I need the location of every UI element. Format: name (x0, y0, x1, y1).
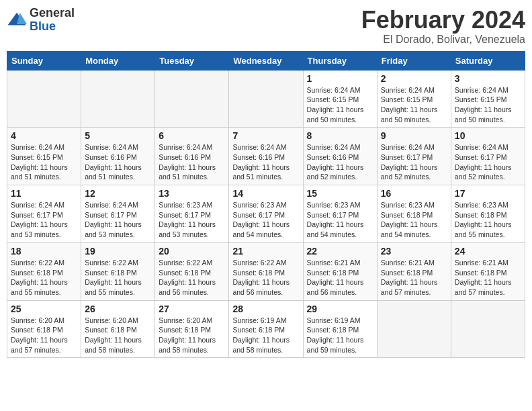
calendar-cell (451, 300, 525, 358)
day-info: Sunrise: 6:24 AM Sunset: 6:16 PM Dayligh… (159, 142, 225, 182)
day-number: 6 (159, 130, 225, 141)
calendar-cell: 26Sunrise: 6:20 AM Sunset: 6:18 PM Dayli… (81, 300, 155, 358)
calendar-week-row: 25Sunrise: 6:20 AM Sunset: 6:18 PM Dayli… (7, 300, 525, 358)
calendar-cell: 11Sunrise: 6:24 AM Sunset: 6:17 PM Dayli… (7, 185, 81, 243)
calendar-cell: 4Sunrise: 6:24 AM Sunset: 6:15 PM Daylig… (7, 128, 81, 185)
calendar-header-monday: Monday (81, 51, 155, 70)
calendar-cell: 8Sunrise: 6:24 AM Sunset: 6:16 PM Daylig… (303, 128, 377, 185)
calendar-table: SundayMondayTuesdayWednesdayThursdayFrid… (7, 51, 525, 359)
logo-blue: Blue (30, 20, 75, 34)
day-number: 21 (232, 246, 299, 257)
calendar-header-row: SundayMondayTuesdayWednesdayThursdayFrid… (7, 51, 525, 70)
calendar-cell: 12Sunrise: 6:24 AM Sunset: 6:17 PM Dayli… (81, 185, 155, 243)
calendar-header-thursday: Thursday (303, 51, 377, 70)
calendar-cell: 16Sunrise: 6:23 AM Sunset: 6:18 PM Dayli… (377, 185, 451, 243)
day-number: 13 (159, 188, 225, 199)
day-number: 12 (85, 188, 151, 199)
day-info: Sunrise: 6:22 AM Sunset: 6:18 PM Dayligh… (85, 258, 151, 298)
calendar-cell: 27Sunrise: 6:20 AM Sunset: 6:18 PM Dayli… (155, 300, 229, 358)
logo-general: General (30, 7, 75, 20)
calendar-cell: 22Sunrise: 6:21 AM Sunset: 6:18 PM Dayli… (303, 242, 377, 300)
calendar-cell: 28Sunrise: 6:19 AM Sunset: 6:18 PM Dayli… (229, 300, 303, 358)
day-info: Sunrise: 6:24 AM Sunset: 6:17 PM Dayligh… (85, 200, 151, 240)
day-number: 8 (307, 130, 373, 141)
calendar-cell: 13Sunrise: 6:23 AM Sunset: 6:17 PM Dayli… (155, 185, 229, 243)
calendar-header-friday: Friday (377, 51, 451, 70)
day-number: 4 (11, 130, 77, 141)
calendar-cell: 14Sunrise: 6:23 AM Sunset: 6:17 PM Dayli… (229, 185, 303, 243)
calendar-week-row: 18Sunrise: 6:22 AM Sunset: 6:18 PM Dayli… (7, 242, 525, 300)
day-number: 23 (381, 246, 447, 257)
calendar-header-wednesday: Wednesday (229, 51, 303, 70)
day-info: Sunrise: 6:20 AM Sunset: 6:18 PM Dayligh… (85, 316, 151, 355)
day-info: Sunrise: 6:24 AM Sunset: 6:15 PM Dayligh… (455, 85, 521, 125)
title-area: February 2024 El Dorado, Bolivar, Venezu… (361, 7, 525, 46)
day-number: 26 (85, 304, 151, 314)
day-info: Sunrise: 6:24 AM Sunset: 6:16 PM Dayligh… (307, 142, 373, 182)
day-number: 25 (11, 304, 77, 314)
day-number: 19 (85, 246, 151, 257)
calendar-cell: 18Sunrise: 6:22 AM Sunset: 6:18 PM Dayli… (7, 242, 81, 300)
calendar-cell: 15Sunrise: 6:23 AM Sunset: 6:17 PM Dayli… (303, 185, 377, 243)
day-number: 3 (455, 73, 521, 84)
day-info: Sunrise: 6:20 AM Sunset: 6:18 PM Dayligh… (159, 316, 225, 355)
calendar-cell: 10Sunrise: 6:24 AM Sunset: 6:17 PM Dayli… (451, 128, 525, 185)
calendar-cell: 9Sunrise: 6:24 AM Sunset: 6:17 PM Daylig… (377, 128, 451, 185)
calendar-cell: 24Sunrise: 6:21 AM Sunset: 6:18 PM Dayli… (451, 242, 525, 300)
day-number: 1 (307, 73, 373, 84)
day-info: Sunrise: 6:24 AM Sunset: 6:17 PM Dayligh… (11, 200, 77, 240)
calendar-cell: 2Sunrise: 6:24 AM Sunset: 6:15 PM Daylig… (377, 70, 451, 128)
day-number: 24 (455, 246, 521, 257)
day-info: Sunrise: 6:21 AM Sunset: 6:18 PM Dayligh… (455, 258, 521, 298)
svg-marker-1 (17, 13, 27, 24)
day-info: Sunrise: 6:23 AM Sunset: 6:17 PM Dayligh… (307, 200, 373, 240)
calendar-week-row: 4Sunrise: 6:24 AM Sunset: 6:15 PM Daylig… (7, 128, 525, 185)
calendar-cell: 19Sunrise: 6:22 AM Sunset: 6:18 PM Dayli… (81, 242, 155, 300)
day-info: Sunrise: 6:21 AM Sunset: 6:18 PM Dayligh… (381, 258, 447, 298)
logo-icon (7, 10, 27, 30)
calendar-cell: 3Sunrise: 6:24 AM Sunset: 6:15 PM Daylig… (451, 70, 525, 128)
day-info: Sunrise: 6:20 AM Sunset: 6:18 PM Dayligh… (11, 316, 77, 355)
day-info: Sunrise: 6:19 AM Sunset: 6:18 PM Dayligh… (232, 316, 299, 355)
calendar-header-sunday: Sunday (7, 51, 81, 70)
logo-text: General Blue (30, 7, 75, 34)
day-number: 18 (11, 246, 77, 257)
calendar-cell: 5Sunrise: 6:24 AM Sunset: 6:16 PM Daylig… (81, 128, 155, 185)
day-info: Sunrise: 6:23 AM Sunset: 6:17 PM Dayligh… (159, 200, 225, 240)
day-number: 7 (232, 130, 299, 141)
day-info: Sunrise: 6:24 AM Sunset: 6:15 PM Dayligh… (11, 142, 77, 182)
day-number: 27 (159, 304, 225, 314)
page-header: General Blue February 2024 El Dorado, Bo… (7, 7, 525, 46)
calendar-cell: 20Sunrise: 6:22 AM Sunset: 6:18 PM Dayli… (155, 242, 229, 300)
calendar-cell: 29Sunrise: 6:19 AM Sunset: 6:18 PM Dayli… (303, 300, 377, 358)
day-number: 15 (307, 188, 373, 199)
location: El Dorado, Bolivar, Venezuela (361, 34, 525, 46)
day-number: 22 (307, 246, 373, 257)
day-info: Sunrise: 6:24 AM Sunset: 6:15 PM Dayligh… (307, 85, 373, 125)
day-info: Sunrise: 6:22 AM Sunset: 6:18 PM Dayligh… (159, 258, 225, 298)
calendar-cell: 6Sunrise: 6:24 AM Sunset: 6:16 PM Daylig… (155, 128, 229, 185)
logo: General Blue (7, 7, 75, 34)
day-number: 16 (381, 188, 447, 199)
calendar-cell (229, 70, 303, 128)
calendar-cell: 25Sunrise: 6:20 AM Sunset: 6:18 PM Dayli… (7, 300, 81, 358)
day-info: Sunrise: 6:24 AM Sunset: 6:16 PM Dayligh… (232, 142, 299, 182)
day-info: Sunrise: 6:24 AM Sunset: 6:15 PM Dayligh… (381, 85, 447, 125)
calendar-week-row: 1Sunrise: 6:24 AM Sunset: 6:15 PM Daylig… (7, 70, 525, 128)
day-number: 14 (232, 188, 299, 199)
day-info: Sunrise: 6:23 AM Sunset: 6:17 PM Dayligh… (232, 200, 299, 240)
calendar-header-tuesday: Tuesday (155, 51, 229, 70)
day-number: 20 (159, 246, 225, 257)
day-number: 10 (455, 130, 521, 141)
calendar-week-row: 11Sunrise: 6:24 AM Sunset: 6:17 PM Dayli… (7, 185, 525, 243)
day-number: 5 (85, 130, 151, 141)
calendar-cell: 21Sunrise: 6:22 AM Sunset: 6:18 PM Dayli… (229, 242, 303, 300)
day-info: Sunrise: 6:24 AM Sunset: 6:17 PM Dayligh… (455, 142, 521, 182)
day-number: 29 (307, 304, 373, 314)
calendar-cell: 17Sunrise: 6:23 AM Sunset: 6:18 PM Dayli… (451, 185, 525, 243)
calendar-cell (155, 70, 229, 128)
day-info: Sunrise: 6:24 AM Sunset: 6:16 PM Dayligh… (85, 142, 151, 182)
day-info: Sunrise: 6:23 AM Sunset: 6:18 PM Dayligh… (381, 200, 447, 240)
day-info: Sunrise: 6:19 AM Sunset: 6:18 PM Dayligh… (307, 316, 373, 355)
calendar-cell: 23Sunrise: 6:21 AM Sunset: 6:18 PM Dayli… (377, 242, 451, 300)
